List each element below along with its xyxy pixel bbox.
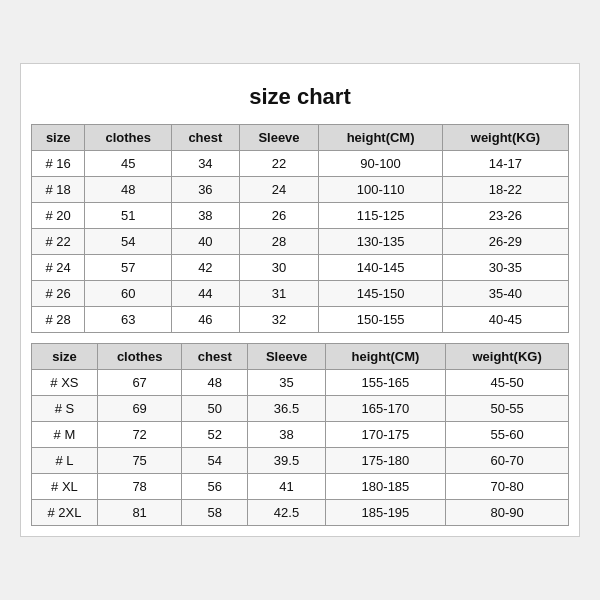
- table-cell: 145-150: [319, 281, 443, 307]
- size-chart-card: size chart sizeclotheschestSleeveheight(…: [20, 63, 580, 537]
- table-cell: 30: [239, 255, 319, 281]
- table-row: # XL785641180-18570-80: [32, 474, 569, 500]
- table-cell: # XL: [32, 474, 98, 500]
- table-cell: 67: [97, 370, 181, 396]
- table-row: # L755439.5175-18060-70: [32, 448, 569, 474]
- table1-header-cell: weight(KG): [442, 125, 568, 151]
- table-cell: # 28: [32, 307, 85, 333]
- table-cell: 36: [172, 177, 240, 203]
- table-cell: 45-50: [446, 370, 569, 396]
- table-cell: # 2XL: [32, 500, 98, 526]
- table-cell: 40-45: [442, 307, 568, 333]
- table2-header-cell: height(CM): [325, 344, 445, 370]
- table-cell: 40: [172, 229, 240, 255]
- table2-header-cell: chest: [182, 344, 248, 370]
- table-cell: 36.5: [248, 396, 326, 422]
- table-cell: 38: [172, 203, 240, 229]
- table-cell: # 22: [32, 229, 85, 255]
- table-cell: 38: [248, 422, 326, 448]
- table-cell: 41: [248, 474, 326, 500]
- table-cell: # XS: [32, 370, 98, 396]
- table-kids: sizeclotheschestSleeveheight(CM)weight(K…: [31, 124, 569, 333]
- table-cell: 39.5: [248, 448, 326, 474]
- table-cell: 22: [239, 151, 319, 177]
- table-cell: 70-80: [446, 474, 569, 500]
- table-cell: 63: [85, 307, 172, 333]
- table-row: # 18483624100-11018-22: [32, 177, 569, 203]
- table-cell: 185-195: [325, 500, 445, 526]
- table-cell: 140-145: [319, 255, 443, 281]
- table-row: # 20513826115-12523-26: [32, 203, 569, 229]
- table-cell: 46: [172, 307, 240, 333]
- table-cell: 28: [239, 229, 319, 255]
- table-cell: 78: [97, 474, 181, 500]
- table-row: # S695036.5165-17050-55: [32, 396, 569, 422]
- table-cell: # 24: [32, 255, 85, 281]
- table2-header-row: sizeclotheschestSleeveheight(CM)weight(K…: [32, 344, 569, 370]
- table-cell: 75: [97, 448, 181, 474]
- table-row: # XS674835155-16545-50: [32, 370, 569, 396]
- table-cell: 51: [85, 203, 172, 229]
- table-cell: 23-26: [442, 203, 568, 229]
- table-cell: # 16: [32, 151, 85, 177]
- table-cell: 55-60: [446, 422, 569, 448]
- table-cell: 42.5: [248, 500, 326, 526]
- table-cell: 14-17: [442, 151, 568, 177]
- table2-header-cell: size: [32, 344, 98, 370]
- table-cell: 50-55: [446, 396, 569, 422]
- table-cell: 69: [97, 396, 181, 422]
- table1-header-cell: Sleeve: [239, 125, 319, 151]
- table-cell: 72: [97, 422, 181, 448]
- table-row: # 1645342290-10014-17: [32, 151, 569, 177]
- table2-header-cell: weight(KG): [446, 344, 569, 370]
- table1-header-cell: size: [32, 125, 85, 151]
- table-cell: 180-185: [325, 474, 445, 500]
- table-cell: 50: [182, 396, 248, 422]
- table-cell: 52: [182, 422, 248, 448]
- table-cell: 80-90: [446, 500, 569, 526]
- table-row: # 2XL815842.5185-19580-90: [32, 500, 569, 526]
- table-cell: 24: [239, 177, 319, 203]
- table2-header-cell: Sleeve: [248, 344, 326, 370]
- table1-header-cell: chest: [172, 125, 240, 151]
- table-cell: 35-40: [442, 281, 568, 307]
- table-cell: 56: [182, 474, 248, 500]
- table-row: # 24574230140-14530-35: [32, 255, 569, 281]
- table-cell: 165-170: [325, 396, 445, 422]
- table-cell: 26: [239, 203, 319, 229]
- table-adults: sizeclotheschestSleeveheight(CM)weight(K…: [31, 343, 569, 526]
- table-cell: 155-165: [325, 370, 445, 396]
- table-cell: # 26: [32, 281, 85, 307]
- table-cell: 31: [239, 281, 319, 307]
- table-row: # M725238170-17555-60: [32, 422, 569, 448]
- table-cell: # 18: [32, 177, 85, 203]
- table-cell: # M: [32, 422, 98, 448]
- table-cell: 44: [172, 281, 240, 307]
- table-cell: 130-135: [319, 229, 443, 255]
- chart-title: size chart: [31, 74, 569, 124]
- table1-header-cell: height(CM): [319, 125, 443, 151]
- table-cell: 48: [182, 370, 248, 396]
- table-cell: 26-29: [442, 229, 568, 255]
- table-cell: 90-100: [319, 151, 443, 177]
- table-cell: 45: [85, 151, 172, 177]
- table-cell: 60: [85, 281, 172, 307]
- table-cell: 48: [85, 177, 172, 203]
- table-cell: 32: [239, 307, 319, 333]
- table-cell: 35: [248, 370, 326, 396]
- table-row: # 26604431145-15035-40: [32, 281, 569, 307]
- table-cell: # S: [32, 396, 98, 422]
- table-cell: 100-110: [319, 177, 443, 203]
- table2-header-cell: clothes: [97, 344, 181, 370]
- table-row: # 28634632150-15540-45: [32, 307, 569, 333]
- table-cell: 42: [172, 255, 240, 281]
- table-cell: 115-125: [319, 203, 443, 229]
- table-cell: 54: [182, 448, 248, 474]
- table-cell: 150-155: [319, 307, 443, 333]
- table-cell: 81: [97, 500, 181, 526]
- table-cell: 60-70: [446, 448, 569, 474]
- table-cell: 54: [85, 229, 172, 255]
- table-row: # 22544028130-13526-29: [32, 229, 569, 255]
- table1-header-row: sizeclotheschestSleeveheight(CM)weight(K…: [32, 125, 569, 151]
- table-cell: 175-180: [325, 448, 445, 474]
